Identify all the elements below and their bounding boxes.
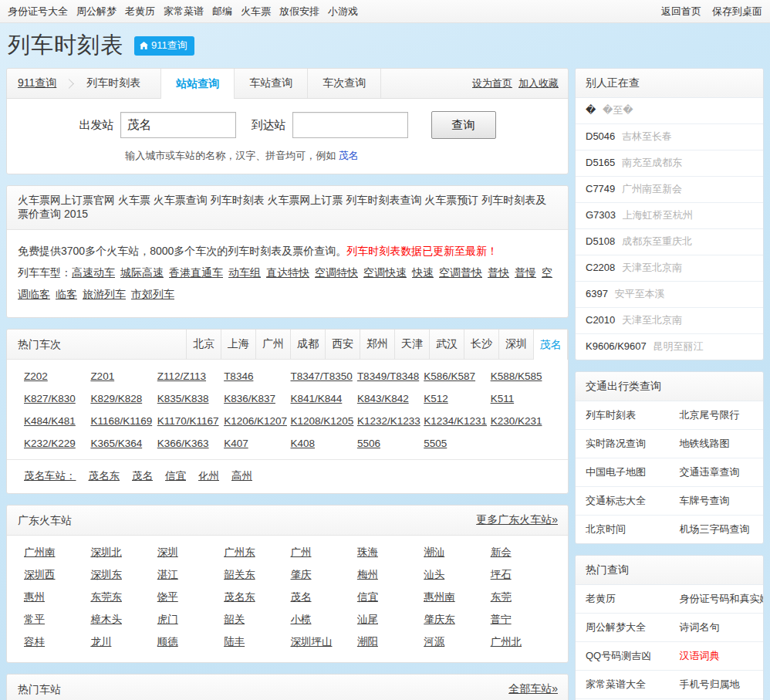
station-link[interactable]: 茂名东 [89,470,120,482]
station-link[interactable]: 信宜 [357,590,378,605]
station-link[interactable]: 樟木头 [90,612,122,627]
train-link[interactable]: K1168/K1169 [90,414,152,429]
station-link[interactable]: 坪石 [491,567,512,583]
now-searching-item[interactable]: G7303 上海虹桥至杭州 [576,203,763,229]
train-link[interactable]: K1234/K1231 [424,414,487,429]
query-link[interactable]: 交通标志大全 [576,487,670,516]
add-favorite-link[interactable]: 加入收藏 [518,76,559,90]
query-link[interactable]: 手机号归属地 [670,671,764,699]
train-type-link[interactable]: 普慢 [515,266,536,279]
station-link[interactable]: 肇庆 [291,567,312,583]
train-type-link[interactable]: 普快 [488,266,509,279]
now-searching-item[interactable]: D5108 成都东至重庆北 [576,229,763,255]
station-link[interactable]: 广州南 [24,545,56,560]
train-type-link[interactable]: 空调普快 [439,266,482,279]
station-link[interactable]: 梅州 [357,567,378,583]
city-tab[interactable]: 上海 [221,330,255,359]
depart-input[interactable] [120,112,236,138]
station-link[interactable]: 潮汕 [424,545,444,560]
station-link[interactable]: 信宜 [165,470,186,482]
query-link[interactable]: 周公解梦大全 [576,614,670,642]
station-link[interactable]: 饶平 [157,590,178,605]
more-gd-stations-link[interactable]: 更多广东火车站» [476,513,558,527]
train-link[interactable]: Z202 [24,369,48,384]
topbar-link[interactable]: 返回首页 [661,5,701,17]
train-link[interactable]: K365/K364 [90,436,142,451]
query-link[interactable]: 机场三字码查询 [670,516,764,543]
station-link[interactable]: 虎门 [157,612,178,627]
now-searching-item[interactable]: 6397 安平至本溪 [576,282,763,308]
query-link[interactable]: 中国电子地图 [576,458,670,487]
train-type-link[interactable]: 空调快速 [363,266,407,279]
station-link[interactable]: 新会 [491,545,512,560]
station-link[interactable]: 常平 [24,612,45,627]
station-link[interactable]: 韶关 [224,612,245,627]
train-type-link[interactable]: 高速动车 [72,266,115,279]
query-link[interactable]: 地铁线路图 [670,430,764,458]
city-tab[interactable]: 北京 [186,330,221,359]
train-type-link[interactable]: 直达特快 [266,266,309,279]
city-tab[interactable]: 武汉 [429,330,464,359]
city-tab[interactable]: 郑州 [360,330,394,359]
query-link[interactable]: 车牌号查询 [670,487,764,516]
city-tab[interactable]: 长沙 [464,330,498,359]
station-link[interactable]: 茂名 [291,590,312,605]
station-link[interactable]: 茂名东 [224,590,255,605]
query-link[interactable]: QQ号码测吉凶 [576,642,670,671]
station-link[interactable]: 潮阳 [357,634,378,650]
city-tab[interactable]: 茂名 [533,330,568,360]
breadcrumb-home-link[interactable]: 911查询 [18,76,56,90]
topbar-link[interactable]: 放假安排 [279,5,319,17]
station-link[interactable]: 小榄 [291,612,312,627]
badge-911[interactable]: 911查询 [134,36,194,56]
station-link[interactable]: 广州东 [224,545,255,560]
topbar-link[interactable]: 周公解梦 [76,5,117,17]
city-tab[interactable]: 广州 [255,330,290,359]
topbar-link[interactable]: 小游戏 [328,5,358,17]
train-type-link[interactable]: 动车组 [228,266,261,279]
train-type-link[interactable]: 香港直通车 [169,266,223,279]
now-searching-item[interactable]: C7749 广州南至新会 [576,177,763,203]
station-link[interactable]: 广州 [291,545,312,560]
station-link[interactable]: 肇庆东 [424,612,455,627]
train-link[interactable]: K232/K229 [24,436,76,451]
query-link[interactable]: 老黄历 [576,585,670,614]
train-type-link[interactable]: 临客 [56,288,77,300]
query-link[interactable]: 汉语词典 [670,642,764,671]
station-link[interactable]: 深圳北 [90,545,122,560]
station-link[interactable]: 东莞东 [90,590,122,605]
station-link[interactable]: 陆丰 [224,634,245,650]
train-link[interactable]: 5506 [357,436,380,451]
now-searching-item[interactable]: C2208 天津至北京南 [576,255,763,282]
station-link[interactable]: 惠州 [24,590,45,605]
station-link[interactable]: 茂名 [132,470,153,482]
train-link[interactable]: T8347/T8350 [291,369,353,384]
train-link[interactable]: K841/K844 [291,391,343,407]
train-link[interactable]: 5505 [424,436,447,451]
train-link[interactable]: K366/K363 [157,436,209,451]
train-link[interactable]: T8349/T8348 [357,369,419,384]
train-link[interactable]: K1206/K1207 [224,414,287,429]
hint-example-link[interactable]: 茂名 [339,150,359,161]
query-link[interactable]: 身份证号码和真实姓 [670,585,764,614]
topbar-link[interactable]: 火车票 [241,5,271,17]
query-link[interactable]: 北京尾号限行 [670,401,764,430]
topbar-link[interactable]: 保存到桌面 [712,5,762,17]
station-link[interactable]: 东莞 [491,590,512,605]
station-link[interactable]: 汕尾 [357,612,378,627]
query-tab[interactable]: 车站查询 [234,69,307,98]
train-link[interactable]: Z112/Z113 [157,369,206,384]
query-link[interactable]: 北京时间 [576,516,670,543]
city-tab[interactable]: 成都 [290,330,325,359]
query-link[interactable]: 实时路况查询 [576,430,670,458]
now-searching-item[interactable]: D5165 南充至成都东 [576,150,763,177]
train-link[interactable]: K829/K828 [90,391,142,407]
query-link[interactable]: 诗词名句 [670,614,764,642]
topbar-link[interactable]: 家常菜谱 [164,5,204,17]
train-link[interactable]: T8346 [224,369,253,384]
set-homepage-link[interactable]: 设为首页 [472,76,512,90]
train-link[interactable]: K511 [491,391,515,407]
topbar-link[interactable]: 老黄历 [125,5,155,17]
train-link[interactable]: K836/K837 [224,391,275,407]
train-type-link[interactable]: 市郊列车 [131,288,174,300]
